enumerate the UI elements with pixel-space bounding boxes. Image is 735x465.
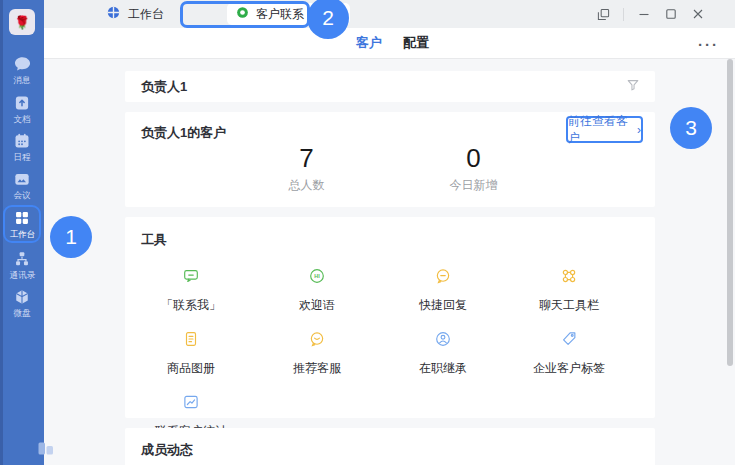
tab-label: 客户联系 <box>256 6 304 23</box>
sidebar-item-label: 会议 <box>13 190 30 200</box>
tool-chat-toolbar[interactable]: 聊天工具栏 <box>506 260 632 323</box>
owner-filter-card: 负责人1 <box>125 71 655 102</box>
tool-quick-reply[interactable]: 快捷回复 <box>380 260 506 323</box>
sidebar-item-messages[interactable]: 消息 <box>0 56 44 86</box>
workbench-grid-icon <box>13 209 31 227</box>
tools-grid: 「联系我」 HI 欢迎语 快捷回复 聊天工具栏 <box>125 260 655 449</box>
sidebar-item-docs[interactable]: 文档 <box>0 94 44 125</box>
chevron-right-icon: › <box>637 123 641 137</box>
minimize-icon[interactable] <box>630 0 657 28</box>
tool-label: 企业客户标签 <box>533 360 605 377</box>
tool-customer-tag[interactable]: 企业客户标签 <box>506 323 632 386</box>
tools-card-title: 工具 <box>141 232 167 247</box>
contact-me-icon <box>182 267 200 289</box>
annotation-step-1: 1 <box>50 216 92 258</box>
page-header: 客户 配置 ··· <box>44 28 735 59</box>
quick-reply-icon <box>434 267 452 289</box>
meeting-icon <box>13 170 31 188</box>
header-nav-tabs: 客户 配置 <box>356 28 429 58</box>
tool-onjob-inherit[interactable]: 在职继承 <box>380 323 506 386</box>
tool-label: 推荐客服 <box>293 360 341 377</box>
stat-total: 7 总人数 <box>223 143 390 194</box>
owner-filter-title: 负责人1 <box>141 78 187 96</box>
tab-customers[interactable]: 客户 <box>356 34 382 52</box>
member-activity-title: 成员动态 <box>141 442 193 457</box>
tool-label: 欢迎语 <box>299 297 335 314</box>
wecom-app-window: 🌹 消息 文档 日程 会议 <box>0 0 735 465</box>
product-album-icon <box>182 330 200 352</box>
tool-label: 快捷回复 <box>419 297 467 314</box>
stat-total-value: 7 <box>223 143 390 173</box>
sidebar-item-drive[interactable]: 微盘 <box>0 288 44 319</box>
tab-label: 工作台 <box>128 6 164 23</box>
customers-card-title: 负责人1的客户 <box>141 124 226 142</box>
stat-new-today: 0 今日新增 <box>390 143 557 194</box>
building-chart-icon <box>36 437 56 461</box>
chat-bubble-icon <box>13 56 32 73</box>
sidebar-item-label: 通讯录 <box>9 270 35 280</box>
svg-text:HI: HI <box>314 273 320 279</box>
annotation-step-3: 3 <box>670 107 712 149</box>
workbench-pie-icon <box>107 5 120 23</box>
tab-workbench[interactable]: 工作台 <box>90 0 227 28</box>
sidebar-item-meeting[interactable]: 会议 <box>0 170 44 201</box>
annotation-box-3: 前往查看客户 › <box>566 116 643 143</box>
view-customers-link-label: 前往查看客户 <box>568 113 633 147</box>
view-customers-link[interactable]: 前往查看客户 › <box>568 118 641 141</box>
maximize-icon[interactable] <box>657 0 684 28</box>
calendar-icon <box>13 132 31 150</box>
sidebar-item-label: 日程 <box>13 152 30 162</box>
funnel-icon[interactable] <box>626 78 640 96</box>
customer-stats-icon <box>182 393 200 415</box>
customer-tag-icon <box>560 330 578 352</box>
window-controls <box>590 0 711 28</box>
popout-icon[interactable] <box>590 0 617 28</box>
welcome-message-icon: HI <box>308 267 326 289</box>
chat-toolbar-icon <box>560 267 578 289</box>
close-icon[interactable] <box>684 0 711 28</box>
recommend-agent-icon <box>308 330 326 352</box>
onjob-inherit-icon <box>434 330 452 352</box>
customer-contact-icon <box>236 5 249 23</box>
stat-new-today-value: 0 <box>390 143 557 173</box>
avatar[interactable]: 🌹 <box>9 9 35 35</box>
sidebar-item-label: 消息 <box>13 75 30 85</box>
customer-stats: 7 总人数 0 今日新增 <box>125 143 655 194</box>
stat-total-label: 总人数 <box>223 177 390 194</box>
sidebar: 🌹 消息 文档 日程 会议 <box>0 0 44 465</box>
tool-label: 在职继承 <box>419 360 467 377</box>
tool-recommend-agent[interactable]: 推荐客服 <box>254 323 380 386</box>
tool-product-album[interactable]: 商品图册 <box>128 323 254 386</box>
tool-contact-me[interactable]: 「联系我」 <box>128 260 254 323</box>
tool-label: 聊天工具栏 <box>539 297 599 314</box>
tab-settings[interactable]: 配置 <box>403 34 429 52</box>
member-activity-card: 成员动态 <box>125 428 655 465</box>
sidebar-item-contacts[interactable]: 通讯录 <box>0 250 44 281</box>
tool-label: 商品图册 <box>167 360 215 377</box>
sidebar-item-calendar[interactable]: 日程 <box>0 132 44 163</box>
drive-icon <box>13 288 31 306</box>
stat-new-today-label: 今日新增 <box>390 177 557 194</box>
tools-card: 工具 「联系我」 HI 欢迎语 快捷回复 <box>125 217 655 418</box>
tool-label: 「联系我」 <box>161 297 221 314</box>
tab-bar: 工作台 客户联系 × <box>44 0 735 28</box>
document-icon <box>13 94 31 112</box>
sidebar-item-label: 微盘 <box>13 308 30 318</box>
window-controls-divider <box>623 8 624 21</box>
more-menu-icon[interactable]: ··· <box>698 30 719 58</box>
scrollbar-thumb[interactable] <box>727 59 733 366</box>
contacts-icon <box>13 250 31 268</box>
sidebar-item-label: 文档 <box>13 114 30 124</box>
tool-welcome-message[interactable]: HI 欢迎语 <box>254 260 380 323</box>
sidebar-item-label: 工作台 <box>9 229 35 239</box>
sidebar-item-workbench[interactable]: 工作台 <box>0 209 44 240</box>
